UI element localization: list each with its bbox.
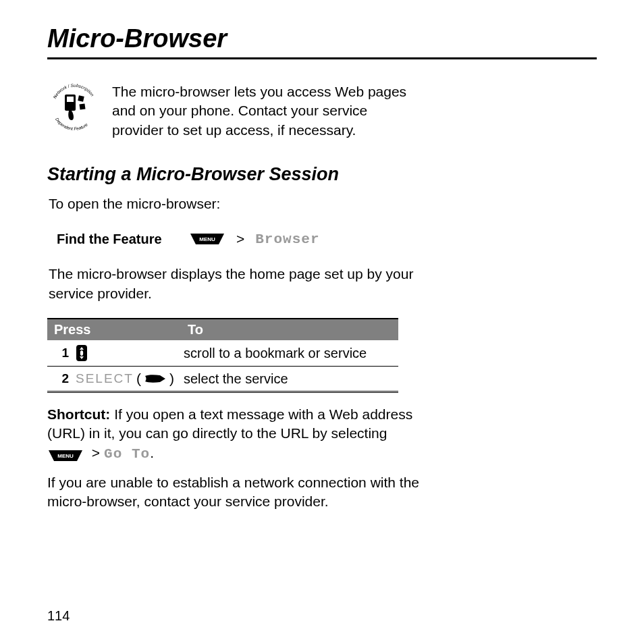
gt-separator: > (232, 231, 248, 247)
after-find-text: The micro-browser displays the home page… (49, 265, 597, 303)
row-number: 1 (50, 346, 76, 360)
paren-close: ) (169, 371, 174, 387)
press-cell (76, 344, 184, 362)
col-press-header: Press (54, 322, 188, 338)
paren-open: ( (136, 371, 141, 387)
page-number: 114 (47, 608, 70, 624)
svg-rect-5 (79, 103, 85, 109)
to-cell: select the service (184, 371, 396, 387)
svg-text:MENU: MENU (57, 453, 74, 459)
network-feature-icon: Network / Subscription Dependent Feature (49, 81, 100, 132)
shortcut-paragraph: Shortcut: If you open a text message wit… (47, 405, 597, 464)
browser-menu-label: Browser (255, 232, 319, 247)
svg-rect-3 (67, 97, 74, 102)
press-to-table: Press To 1 scroll to a bookmark or servi… (47, 318, 398, 393)
page-title: Micro-Browser (47, 24, 597, 59)
goto-menu-label: Go To (104, 446, 150, 462)
col-to-header: To (188, 322, 392, 338)
scroll-key-icon (76, 344, 88, 362)
trouble-paragraph: If you are unable to establish a network… (47, 473, 597, 512)
menu-key-icon: MENU (189, 232, 225, 246)
row-number: 2 (50, 371, 76, 386)
press-cell: SELECT ( ) (76, 371, 184, 387)
open-line: To open the micro-browser: (49, 194, 597, 213)
right-softkey-icon (144, 373, 167, 384)
svg-rect-4 (78, 95, 84, 101)
svg-point-10 (80, 350, 83, 356)
select-label: SELECT (76, 371, 134, 386)
intro-row: Network / Subscription Dependent Feature… (49, 81, 597, 140)
find-feature-label: Find the Feature (57, 232, 182, 247)
period: . (150, 445, 154, 460)
gt-separator: > (88, 445, 104, 460)
intro-text: The micro-browser lets you access Web pa… (112, 81, 597, 140)
table-header: Press To (47, 319, 398, 340)
section-heading: Starting a Micro-Browser Session (47, 164, 597, 185)
shortcut-label: Shortcut: (47, 406, 110, 422)
svg-text:MENU: MENU (199, 236, 215, 242)
table-row: 2 SELECT ( ) select the service (47, 367, 398, 391)
menu-key-icon: MENU (47, 449, 84, 462)
to-cell: scroll to a bookmark or service (184, 346, 396, 361)
find-feature-row: Find the Feature MENU > Browser (57, 231, 597, 247)
table-row: 1 scroll to a bookmark or service (47, 340, 398, 367)
